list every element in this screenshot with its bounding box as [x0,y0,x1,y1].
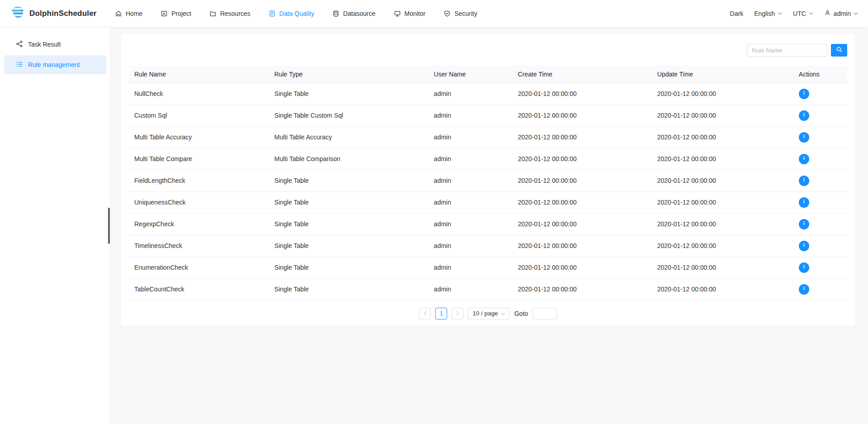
dolphinscheduler-logo[interactable] [10,6,25,21]
rule-detail-info-button[interactable] [799,110,809,121]
monitor-icon [394,10,401,17]
nav-item-resources[interactable]: Resources [209,10,250,17]
goto-page-input[interactable] [533,308,557,319]
chevron-down-icon [854,12,858,15]
project-icon [160,10,168,17]
create-time-cell: 2020-01-12 00:00:00 [513,191,652,213]
rule-detail-info-button[interactable] [799,132,809,143]
table-row: FieldLengthCheck Single Table admin 2020… [129,170,847,191]
timezone-label: UTC [793,10,806,17]
main-nav: Home Project Resources Data Quality Data… [115,10,477,17]
search-button[interactable] [831,44,847,57]
update-time-cell: 2020-01-12 00:00:00 [652,278,793,300]
user-name-cell: admin [429,170,513,191]
brand: DolphinScheduler [10,6,115,21]
info-circle-icon [801,177,807,184]
actions-cell [793,83,847,105]
table-row: NullCheck Single Table admin 2020-01-12 … [129,83,847,105]
actions-cell [793,257,847,278]
language-label: English [754,10,775,17]
sidebar-item-label: Task Result [28,41,61,48]
rule-type-cell: Multi Table Accuracy [269,126,429,148]
sidebar-item-rule-management[interactable]: Rule management [4,55,106,74]
info-circle-icon [801,286,807,293]
rules-table: Rule Name Rule Type User Name Create Tim… [129,66,847,300]
table-body: NullCheck Single Table admin 2020-01-12 … [129,83,847,300]
info-circle-icon [801,199,807,206]
update-time-cell: 2020-01-12 00:00:00 [652,235,793,257]
rule-detail-info-button[interactable] [799,154,809,164]
user-name-cell: admin [429,148,513,170]
nav-item-label: Resources [220,10,250,17]
rule-detail-info-button[interactable] [799,197,809,208]
page-size-value: 10 / page [472,310,498,317]
rule-name-search-input[interactable] [747,44,827,57]
task-result-icon [16,40,23,49]
page-size-select[interactable]: 10 / page [468,308,509,319]
rule-detail-info-button[interactable] [799,262,809,273]
rule-name-cell: Multi Table Accuracy [129,126,269,148]
nav-item-data-quality[interactable]: Data Quality [269,10,314,17]
nav-item-label: Security [454,10,477,17]
sidebar-item-task-result[interactable]: Task Result [4,35,106,54]
user-dropdown[interactable]: admin [824,10,858,18]
column-header-rule-type: Rule Type [269,66,429,83]
theme-toggle-button[interactable]: Dark [730,10,744,17]
sidebar-scrollbar[interactable] [108,208,110,244]
rule-detail-info-button[interactable] [799,284,809,295]
create-time-cell: 2020-01-12 00:00:00 [513,213,652,235]
rule-type-cell: Single Table [269,278,429,300]
actions-cell [793,191,847,213]
sidebar: Task Result Rule management [0,27,111,424]
page-1-button[interactable]: 1 [435,308,447,319]
nav-item-monitor[interactable]: Monitor [394,10,426,17]
rule-name-cell: RegexpCheck [129,213,269,235]
nav-item-security[interactable]: Security [443,10,477,17]
rule-type-cell: Single Table [269,235,429,257]
nav-item-label: Project [171,10,191,17]
rule-management-card: Rule Name Rule Type User Name Create Tim… [121,34,855,326]
sidebar-item-label: Rule management [28,61,80,68]
column-header-user-name: User Name [429,66,513,83]
chevron-down-icon [501,310,505,317]
prev-page-button[interactable] [419,308,431,319]
info-circle-icon [801,133,807,141]
user-name: admin [834,10,851,17]
table-row: RegexpCheck Single Table admin 2020-01-1… [129,213,847,235]
next-page-button[interactable] [452,308,463,319]
card-toolbar [129,41,847,66]
nav-item-label: Data Quality [279,10,314,17]
column-header-rule-name: Rule Name [129,66,269,83]
nav-item-datasource[interactable]: Datasource [332,10,376,17]
user-icon [824,10,831,18]
timezone-dropdown[interactable]: UTC [793,10,813,17]
rule-name-cell: TimelinessCheck [129,235,269,257]
info-circle-icon [801,220,807,228]
create-time-cell: 2020-01-12 00:00:00 [513,148,652,170]
create-time-cell: 2020-01-12 00:00:00 [513,170,652,191]
rule-detail-info-button[interactable] [799,176,809,186]
rule-type-cell: Single Table [269,191,429,213]
rule-type-cell: Multi Table Comparison [269,148,429,170]
language-dropdown[interactable]: English [754,10,782,17]
create-time-cell: 2020-01-12 00:00:00 [513,235,652,257]
actions-cell [793,278,847,300]
update-time-cell: 2020-01-12 00:00:00 [652,170,793,191]
rule-detail-info-button[interactable] [799,89,809,99]
rule-detail-info-button[interactable] [799,241,809,251]
app-title: DolphinScheduler [29,9,97,18]
nav-item-home[interactable]: Home [115,10,142,17]
nav-item-label: Datasource [343,10,376,17]
table-row: TableCountCheck Single Table admin 2020-… [129,278,847,300]
update-time-cell: 2020-01-12 00:00:00 [652,105,793,126]
rule-type-cell: Single Table [269,213,429,235]
rule-detail-info-button[interactable] [799,219,809,229]
column-header-update-time: Update Time [652,66,793,83]
nav-item-project[interactable]: Project [160,10,191,17]
rule-name-cell: Multi Table Compare [129,148,269,170]
data-quality-icon [269,10,276,17]
column-header-create-time: Create Time [513,66,652,83]
update-time-cell: 2020-01-12 00:00:00 [652,213,793,235]
folder-icon [209,10,217,17]
create-time-cell: 2020-01-12 00:00:00 [513,105,652,126]
